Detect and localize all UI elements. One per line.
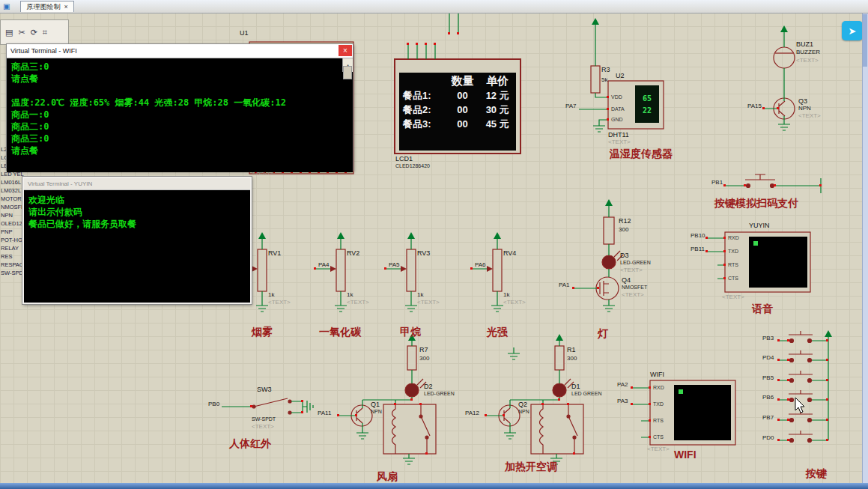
vertical-scrollbar[interactable] [862,13,868,483]
r1-ref: R1 [567,347,576,353]
q2-ref: Q2 [518,401,527,408]
sw3-part: SW-SPDT [252,416,276,422]
lcd-screen: 数量 单价 餐品1:0012 元 餐品2:0030 元 餐品3:0045 元 [399,73,516,151]
terminal-scrollbar[interactable]: ▲ ▼ [342,58,353,72]
d2-part: LED-GREEN [424,391,455,396]
lcd-row: 餐品2:0030 元 [399,103,516,117]
q4-ref: Q4 [622,277,631,284]
dht-pin-vdd: VDD [611,94,622,100]
jump-arrow-icon: ➤ [849,25,857,37]
wire-label-pa5: PA5 [389,262,400,268]
rv2-text: <TEXT> [347,300,369,306]
yuyin-text: <TEXT> [722,294,744,300]
lcd-ref: LCD1 [395,156,413,163]
dht-pin-gnd: GND [611,117,623,122]
rv1-ref: RV1 [268,250,281,257]
yuyin-pin-rxd: RXD [728,235,739,240]
pay-button-symbol [745,174,775,180]
lcd-header-qty: 数量 [446,74,479,88]
relay-ac [531,404,583,454]
rv4-ref: RV4 [503,250,516,257]
buzzer-symbol [774,47,795,68]
virtual-terminal-wifi[interactable]: Virtual Terminal - WIFI × 商品三:0 请点餐 温度:2… [6,43,353,171]
scrollbar-thumb[interactable] [343,66,352,79]
lcd-header-row: 数量 单价 [399,74,516,88]
dht-text: <TEXT> [608,139,631,145]
wire-label-pa12: PA12 [465,410,479,416]
pot-rv2 [336,249,345,291]
mcu-ref: U1 [240,30,249,37]
led-d1 [553,383,566,397]
wifi-title: WIFI [650,371,664,378]
lcd-row: 餐品3:0045 元 [399,117,516,131]
terminal-line [11,85,341,97]
tab-schematic[interactable]: 原理图绘制 × [20,1,73,12]
floating-toolbar: ▤ ✂ ⟳ ⌗ [0,19,69,45]
virtual-terminal-yuyin[interactable]: Virtual Terminal - YUYIN 欢迎光临 请出示付款码 餐品已… [22,177,252,304]
wifi-status-dot [679,389,683,394]
terminal-wifi-titlebar[interactable]: Virtual Terminal - WIFI × [7,44,353,58]
yuyin-title: YUYIN [749,222,770,229]
dht-humidity: 65 [643,94,652,103]
wifi-pin-txd: TXD [653,401,664,407]
wire-label-pa1: PA1 [559,282,570,288]
pot-rv3 [407,249,416,291]
wire-label-pd4: PD4 [762,355,774,361]
jump-button[interactable]: ➤ [842,21,863,40]
resistor-r3 [591,66,600,93]
rv3-ref: RV3 [417,250,430,257]
label-wifi: WIFI [674,449,696,460]
q2-part: NPN [518,409,529,414]
d3-ref: D3 [620,252,629,259]
wire-label-pb10: PB10 [691,233,705,239]
wifi-pin-rxd: RXD [653,385,664,390]
terminal-line: 请出示付款码 [28,206,246,218]
rv2-value: 1k [347,292,353,298]
tab-close-icon[interactable]: × [64,3,67,10]
resistor-r7 [407,346,416,370]
wire-label-pb6: PB6 [762,395,774,401]
app-icon: ▣ [3,2,10,10]
r1-value: 300 [567,356,577,362]
mouse-cursor-icon [795,398,804,413]
wifi-screen [674,385,731,440]
horizontal-scrollbar[interactable] [0,483,868,489]
cut-tool-icon[interactable]: ✂ [18,28,25,37]
wire-label-pb3: PB3 [762,335,774,341]
pot-rv4 [493,249,502,291]
label-lamp: 灯 [598,328,608,338]
yuyin-pin-cts: CTS [728,276,738,281]
rotate-tool-icon[interactable]: ⟳ [31,28,37,37]
terminal-yuyin-titlebar[interactable]: Virtual Terminal - YUYIN [24,178,250,190]
terminal-wifi-title: Virtual Terminal - WIFI [10,47,77,55]
terminal-line: 请点餐 [11,145,341,157]
grid-tool-icon[interactable]: ⌗ [43,28,47,37]
r7-ref: R7 [419,347,428,353]
yuyin-status-dot [753,241,758,246]
buzzer-ref: BUZ1 [796,41,813,48]
terminal-line: 商品三:0 [11,61,341,73]
selection-tool-icon[interactable]: ▤ [5,28,13,37]
switch-sw3-lever [254,398,288,407]
dht-temperature: 22 [643,106,652,115]
label-pir: 人体红外 [229,438,271,449]
wifi-text: <TEXT> [647,446,670,452]
lcd-row: 餐品1:0012 元 [399,88,516,103]
scrollbar-thumb[interactable] [863,14,867,67]
rv4-value: 1k [503,292,509,298]
d3-part: LED-GREEN [620,260,651,265]
wire-label-pb1: PB1 [711,180,723,186]
rv3-text: <TEXT> [417,300,440,306]
q4-text: <TEXT> [622,292,644,298]
buzzer-part: BUZZER [796,49,820,55]
wire-label-pa6: PA6 [475,262,486,268]
terminal-yuyin-output: 欢迎光临 请出示付款码 餐品已做好，请服务员取餐 [24,190,250,300]
terminal-line: 餐品已做好，请服务员取餐 [28,218,246,230]
wiper-arrows [252,266,493,272]
d3-text: <TEXT> [620,267,643,273]
relay-fan [383,404,436,454]
label-co: 一氧化碳 [319,326,361,337]
d2-ref: D2 [424,383,433,390]
close-icon[interactable]: × [339,45,352,56]
label-scan-pay: 按键模拟扫码支付 [714,198,798,208]
